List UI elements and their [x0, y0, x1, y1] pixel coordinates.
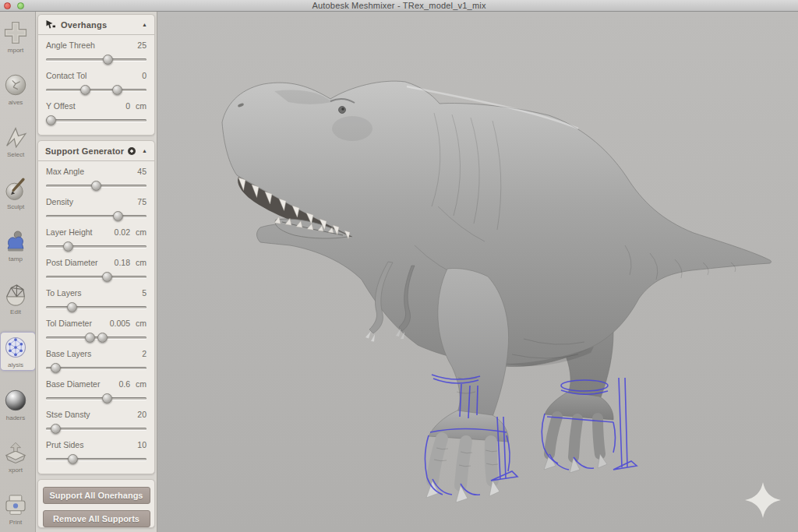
param-value[interactable]: 0.02: [115, 227, 130, 237]
slider-handle[interactable]: [91, 181, 101, 191]
toolbar-item-label: mport: [8, 47, 23, 54]
toolbar-item-edit[interactable]: Edit: [0, 280, 36, 317]
slider-handle[interactable]: [102, 393, 112, 403]
param-value[interactable]: 0: [142, 71, 147, 80]
param-layer-height: Layer Height0.02cm: [46, 227, 147, 252]
overhangs-panel-title: Overhangs: [61, 20, 142, 30]
param-label: To Layers: [46, 288, 142, 298]
toolbar-item-label: Sculpt: [7, 203, 24, 210]
toolbar-item-import[interactable]: mport: [0, 18, 36, 55]
param-prut-sides: Prut Sides10: [46, 440, 147, 464]
slider-track: [46, 336, 147, 339]
param-value[interactable]: 20: [137, 410, 147, 419]
support-all-overhangs-button[interactable]: Support All Onerhangs: [43, 487, 150, 504]
slider-contact-tol[interactable]: [46, 85, 147, 95]
edit-wireframe-icon: [2, 281, 29, 308]
slider-handle[interactable]: [51, 363, 61, 373]
param-base-diameter: Base Diameter0.6cm: [46, 379, 147, 403]
toolbar-item-export[interactable]: xport: [0, 438, 36, 475]
slider-track: [46, 215, 147, 217]
param-label: Density: [46, 197, 137, 206]
slider-handle[interactable]: [113, 211, 123, 221]
slider-track: [46, 397, 147, 400]
slider-handle[interactable]: [68, 454, 78, 464]
param-tol-diameter: Tol Diameter0.005cm: [46, 319, 147, 343]
param-label: Angle Threeh: [46, 41, 137, 50]
slider-track: [46, 276, 147, 278]
param-value[interactable]: 0.18: [115, 258, 130, 267]
toolbar-item-stamp[interactable]: tamp: [0, 227, 36, 264]
slider-handle[interactable]: [97, 333, 108, 343]
print-icon: [2, 491, 29, 518]
slider-to-layers[interactable]: [46, 302, 147, 312]
slider-base-layers[interactable]: [46, 363, 147, 373]
slider-handle[interactable]: [51, 424, 61, 434]
param-label: Base Diameter: [46, 379, 118, 389]
gear-icon[interactable]: [128, 147, 136, 155]
toolbar-item-shaders[interactable]: haders: [0, 386, 36, 423]
slider-stse-dansty[interactable]: [46, 424, 147, 434]
param-value[interactable]: 10: [137, 440, 147, 449]
toolbar-item-select[interactable]: Select: [0, 122, 36, 160]
slider-handle[interactable]: [112, 85, 122, 95]
zoom-window-button[interactable]: [17, 2, 24, 9]
toolbar-item-meshmix[interactable]: alves: [0, 70, 36, 107]
tool-sidebar: mportalvesSelectSculpttampEditalysishade…: [0, 12, 36, 532]
analysis-sphere-icon: [2, 334, 29, 361]
slider-handle[interactable]: [85, 333, 95, 343]
slider-handle[interactable]: [102, 272, 112, 282]
slider-density[interactable]: [46, 211, 147, 221]
param-label: Stse Dansty: [46, 410, 137, 419]
param-value[interactable]: 2: [142, 349, 147, 358]
param-value[interactable]: 5: [142, 288, 147, 298]
chevron-up-icon[interactable]: ▲: [142, 22, 147, 27]
param-density: Density75: [46, 197, 147, 221]
trex-3d-model[interactable]: [157, 12, 798, 532]
param-label: Y Offest: [46, 101, 125, 111]
param-value[interactable]: 45: [137, 167, 147, 176]
slider-prut-sides[interactable]: [46, 454, 147, 464]
param-post-diameter: Post Diameter0.18cm: [46, 258, 147, 282]
toolbar-item-label: tamp: [9, 255, 23, 262]
param-y-offest: Y Offest0cm: [46, 101, 147, 125]
param-value[interactable]: 0.6: [118, 379, 130, 389]
param-label: Tol Diameter: [46, 319, 110, 328]
param-to-layers: To Layers5: [46, 288, 147, 312]
support-generator-panel: Support Generator ▲ Max Angle45Density75…: [37, 140, 155, 474]
slider-y-offest[interactable]: [46, 115, 147, 125]
slider-handle[interactable]: [67, 302, 77, 312]
param-value[interactable]: 25: [137, 41, 147, 50]
viewport-3d[interactable]: [157, 12, 798, 532]
slider-max-angle[interactable]: [46, 181, 147, 191]
slider-handle[interactable]: [46, 115, 56, 125]
toolbar-item-label: alves: [9, 99, 23, 106]
slider-post-diameter[interactable]: [46, 272, 147, 282]
export-box-icon: [2, 439, 29, 466]
support-generator-panel-header[interactable]: Support Generator ▲: [38, 141, 154, 161]
param-label: Post Diameter: [46, 258, 115, 267]
toolbar-item-label: alysis: [8, 361, 23, 368]
slider-track: [46, 245, 147, 248]
slider-handle[interactable]: [63, 241, 73, 252]
slider-handle[interactable]: [80, 85, 90, 95]
toolbar-item-analysis[interactable]: alysis: [0, 332, 36, 371]
slider-layer-height[interactable]: [46, 241, 147, 252]
support-generator-panel-title: Support Generator: [45, 146, 128, 156]
overhangs-panel-header[interactable]: Overhangs ▲: [38, 15, 154, 35]
window-title: Autobesk Meshmixer - TRex_model_v1_mix: [312, 1, 486, 10]
param-value[interactable]: 75: [137, 197, 147, 206]
slider-track: [46, 458, 147, 460]
slider-track: [46, 58, 147, 61]
slider-base-diameter[interactable]: [46, 393, 147, 403]
slider-angle-threeh[interactable]: [46, 55, 147, 65]
toolbar-item-sculpt[interactable]: Sculpt: [0, 174, 36, 212]
param-value[interactable]: 0.005: [110, 319, 130, 328]
close-window-button[interactable]: [4, 2, 11, 9]
chevron-up-icon[interactable]: ▲: [142, 148, 147, 153]
slider-tol-diameter[interactable]: [46, 333, 147, 343]
plus-import-icon: [2, 19, 29, 46]
toolbar-item-print[interactable]: Print: [0, 490, 36, 527]
slider-handle[interactable]: [103, 55, 113, 65]
remove-all-supports-button[interactable]: Remove All Supports: [43, 510, 150, 527]
toolbar-item-label: Edit: [10, 308, 21, 315]
